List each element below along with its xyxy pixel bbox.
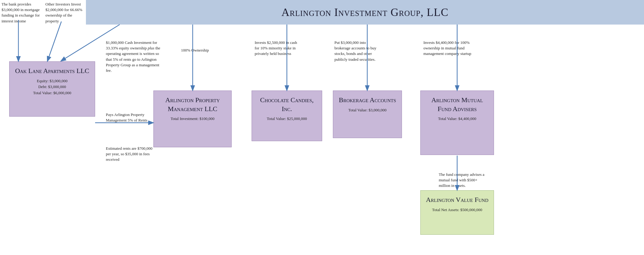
chocolate-title: Chocolate Candies, Inc. <box>255 96 319 113</box>
svg-line-1 <box>48 21 61 61</box>
entity-brokerage: Brokerage Accounts Total Value: $3,000,0… <box>333 91 402 138</box>
header-bar: Arlington Investment Group, LLC <box>86 0 644 25</box>
annotation-100-ownership: 100% Ownership <box>181 48 221 53</box>
annotation-pays-apm: Pays Arlington Property Management 5% of… <box>106 112 153 123</box>
annotation-brokerage-invest: Put $3,000,000 into brokerage accounts t… <box>334 40 382 62</box>
annotation-mutual-fund-invest: Invests $4,400,000 for 100% ownership in… <box>423 40 472 57</box>
annotation-chocolate-invest: Invests $2,500,000 in cash for 10% minor… <box>255 40 301 57</box>
annotation-other-investors: Other Investors Invest $2,000,000 for 66… <box>45 2 85 24</box>
oak-lane-title: Oak Lane Apartments LLC <box>13 67 92 75</box>
annotation-bank: The bank provides $3,000,000 in mortgage… <box>2 2 44 24</box>
arlington-mfa-title: Arlington Mutual Fund Advisers <box>424 96 491 113</box>
annotation-estimated-rents: Estimated rents are $700,000 per year, s… <box>106 146 156 163</box>
arlington-vf-title: Arlington Value Fund <box>424 195 491 204</box>
header-title: Arlington Investment Group, LLC <box>281 6 448 19</box>
entity-arlington-vf: Arlington Value Fund Total Net Assets: $… <box>420 190 494 235</box>
brokerage-detail: Total Value: $3,000,000 <box>336 107 399 113</box>
arlington-vf-detail: Total Net Assets: $500,000,000 <box>424 207 491 213</box>
annotation-fund-advises: The fund company advises a mutual fund w… <box>439 172 488 189</box>
oak-lane-detail: Equity: $3,000,000Debt: $3,000,000Total … <box>13 78 92 96</box>
entity-arlington-mfa: Arlington Mutual Fund Advisers Total Val… <box>420 91 494 155</box>
entity-arlington-pm: Arlington Property Management LLC Total … <box>153 91 232 147</box>
chocolate-detail: Total Value: $25,000,000 <box>255 116 319 122</box>
brokerage-title: Brokerage Accounts <box>336 96 399 105</box>
entity-chocolate: Chocolate Candies, Inc. Total Value: $25… <box>252 91 322 141</box>
arlington-mfa-detail: Total Value: $4,400,000 <box>424 116 491 122</box>
arlington-pm-detail: Total Investment: $100,000 <box>157 116 228 122</box>
entity-oak-lane: Oak Lane Apartments LLC Equity: $3,000,0… <box>9 61 95 117</box>
annotation-oak-lane-investment: $1,000,000 Cash Investment for 33.33% eq… <box>106 40 164 73</box>
arlington-pm-title: Arlington Property Management LLC <box>157 96 228 113</box>
